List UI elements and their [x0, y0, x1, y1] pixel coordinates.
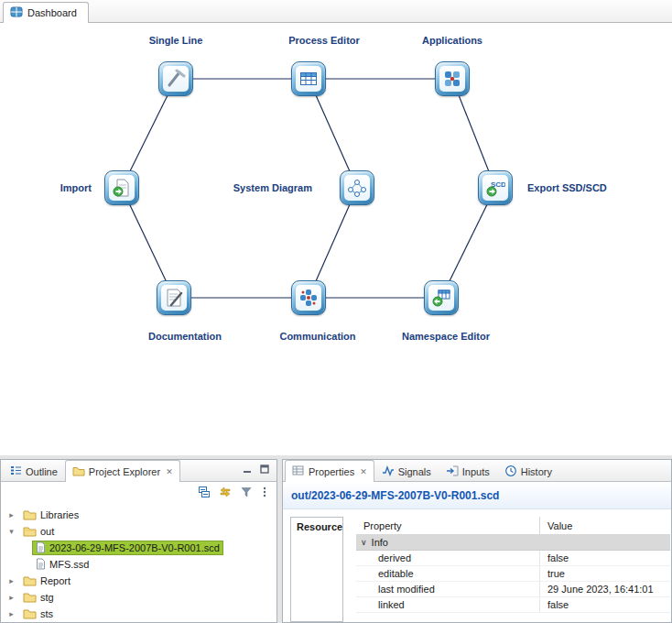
properties-icon	[292, 465, 305, 478]
property-row-linked[interactable]: linked false	[356, 597, 670, 613]
tab-signals-label: Signals	[398, 466, 431, 477]
tab-properties[interactable]: Properties ✕	[285, 460, 374, 482]
filter-icon[interactable]	[240, 486, 253, 500]
dashboard-connections	[0, 23, 672, 455]
chevron-right-icon[interactable]: ▸	[6, 576, 16, 585]
tree-item-label: 2023-06-29-MFS-2007B-V0-R001.scd	[49, 542, 220, 553]
left-view-tab-bar: Outline Project Explorer ✕	[1, 460, 276, 482]
chevron-right-icon[interactable]: ▸	[6, 593, 16, 602]
tab-inputs-label: Inputs	[462, 466, 490, 477]
tab-project-explorer[interactable]: Project Explorer ✕	[65, 460, 180, 482]
tree-item-sts[interactable]: ▸ sts	[1, 606, 276, 622]
applications-icon	[439, 66, 465, 92]
tree-item-label: sts	[40, 608, 53, 619]
tree-item-label: MFS.ssd	[49, 559, 89, 570]
property-table-header: Property Value	[356, 517, 670, 535]
folder-icon	[23, 607, 37, 621]
single-line-button[interactable]	[158, 61, 193, 96]
property-value: false	[539, 597, 670, 612]
file-icon	[36, 558, 46, 572]
file-icon	[36, 541, 46, 555]
tab-dashboard[interactable]: Dashboard	[3, 2, 89, 23]
tree-item-stg[interactable]: ▸ stg	[1, 589, 276, 606]
folder-icon	[23, 508, 37, 522]
link-with-editor-icon[interactable]	[219, 486, 232, 500]
signals-icon	[382, 465, 395, 478]
maximize-icon[interactable]	[259, 464, 270, 476]
minimize-icon[interactable]	[242, 464, 253, 476]
tree-item-out[interactable]: ▾ out	[1, 523, 276, 540]
property-name: editable	[356, 568, 539, 579]
namespace-editor-icon	[428, 285, 454, 311]
import-label: Import	[0, 182, 92, 193]
view-menu-icon[interactable]	[261, 486, 268, 500]
history-icon	[504, 465, 517, 479]
properties-body: Resource Property Value ∨ Info derived f…	[283, 509, 671, 622]
properties-form-header: out/2023-06-29-MFS-2007B-V0-R001.scd	[283, 482, 671, 509]
property-side-tabs: Resource	[290, 517, 343, 622]
property-row-derived[interactable]: derived false	[356, 551, 670, 566]
namespace-editor-button[interactable]	[424, 280, 459, 315]
property-table: Property Value ∨ Info derived false edit…	[356, 517, 670, 622]
system-diagram-icon	[344, 175, 370, 201]
documentation-icon	[161, 285, 187, 311]
tab-project-explorer-label: Project Explorer	[89, 466, 160, 477]
open-folder-icon	[23, 525, 37, 539]
resource-path-title: out/2023-06-29-MFS-2007B-V0-R001.scd	[291, 489, 499, 502]
close-icon[interactable]: ✕	[360, 467, 367, 476]
tab-properties-label: Properties	[309, 466, 354, 477]
tree-item-label: stg	[40, 592, 54, 603]
folder-icon	[23, 574, 37, 588]
project-explorer-toolbar	[1, 482, 276, 504]
process-editor-label: Process Editor	[260, 35, 388, 46]
tree-item-libraries[interactable]: ▸ Libraries	[1, 507, 276, 523]
tree-item-scd-file[interactable]: 2023-06-29-MFS-2007B-V0-R001.scd	[1, 540, 276, 556]
applications-button[interactable]	[435, 61, 470, 96]
chevron-down-icon[interactable]: ∨	[361, 538, 367, 547]
tab-inputs[interactable]: Inputs	[439, 461, 497, 481]
tree-item-report[interactable]: ▸ Report	[1, 573, 276, 589]
dashboard-icon	[10, 5, 23, 20]
side-tab-resource[interactable]: Resource	[291, 518, 342, 536]
tab-history[interactable]: History	[497, 461, 559, 481]
property-name: linked	[356, 599, 539, 610]
tab-signals[interactable]: Signals	[374, 461, 439, 481]
property-row-last-modified[interactable]: last modified 29 June 2023, 16:41:01	[356, 582, 670, 597]
export-ssd-scd-label: Export SSD/SCD	[527, 182, 665, 193]
properties-panel: Properties ✕ Signals Inputs	[282, 459, 672, 623]
bottom-area: Outline Project Explorer ✕	[0, 459, 672, 623]
column-header-value: Value	[539, 517, 670, 534]
namespace-editor-label: Namespace Editor	[382, 331, 510, 342]
applications-label: Applications	[388, 35, 516, 46]
property-row-editable[interactable]: editable true	[356, 566, 670, 582]
tree-item-label: Report	[40, 575, 70, 586]
collapse-all-icon[interactable]	[198, 486, 211, 500]
close-icon[interactable]: ✕	[166, 467, 173, 476]
import-button[interactable]	[104, 170, 139, 205]
chevron-down-icon[interactable]: ▾	[6, 527, 16, 536]
property-value: 29 June 2023, 16:41:01	[539, 582, 670, 596]
process-editor-button[interactable]	[291, 61, 326, 96]
chevron-right-icon[interactable]: ▸	[6, 510, 16, 519]
chevron-right-icon[interactable]: ▸	[6, 609, 16, 618]
property-value: false	[539, 551, 670, 565]
right-view-tab-bar: Properties ✕ Signals Inputs	[283, 460, 671, 482]
property-group-info[interactable]: ∨ Info	[356, 535, 670, 551]
communication-label: Communication	[254, 331, 382, 342]
tab-outline[interactable]: Outline	[3, 461, 65, 481]
tab-dashboard-label: Dashboard	[27, 7, 77, 18]
project-explorer-panel: Outline Project Explorer ✕	[0, 459, 277, 623]
process-editor-icon	[296, 66, 321, 92]
tree-item-ssd-file[interactable]: MFS.ssd	[1, 556, 276, 573]
tree-item-label: out	[40, 526, 54, 537]
system-diagram-button[interactable]	[340, 170, 374, 205]
export-ssd-scd-icon: SCD	[482, 175, 508, 201]
documentation-button[interactable]	[157, 280, 191, 315]
property-name: last modified	[356, 584, 539, 595]
communication-icon	[296, 285, 321, 311]
outline-icon	[10, 465, 22, 478]
export-ssd-scd-button[interactable]: SCD	[478, 170, 513, 205]
communication-button[interactable]	[291, 280, 326, 315]
application-window: Dashboard	[0, 0, 672, 623]
property-value: true	[539, 566, 670, 581]
